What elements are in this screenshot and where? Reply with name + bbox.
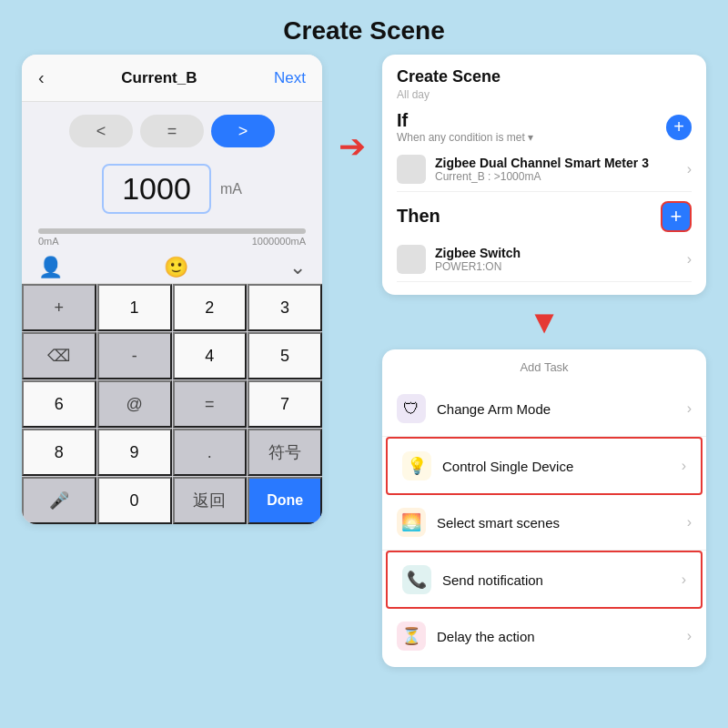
keyboard-grid: + 1 2 3 ⌫ - 4 5 6 @ = 7 8 9 . 符号 🎤 0 返回 … bbox=[22, 284, 322, 524]
then-label: Then bbox=[397, 206, 440, 227]
chevron-down-icon[interactable]: ⌄ bbox=[289, 256, 306, 279]
arrow-down-icon: ▼ bbox=[528, 306, 561, 339]
then-add-button[interactable]: + bbox=[661, 201, 692, 232]
if-add-button[interactable]: + bbox=[666, 115, 692, 140]
if-label: If When any condition is met ▾ bbox=[397, 110, 533, 144]
emoji-icon[interactable]: 🙂 bbox=[164, 256, 188, 279]
less-than-button[interactable]: < bbox=[69, 115, 133, 147]
panel-title: Current_B bbox=[121, 69, 197, 87]
condition-device-name: Zigbee Dual Channel Smart Meter 3 bbox=[435, 156, 678, 170]
task-chevron-arm: › bbox=[687, 400, 692, 417]
then-row: Then + bbox=[397, 201, 692, 232]
add-task-title: Add Task bbox=[382, 360, 706, 374]
task-icon-notification: 📞 bbox=[402, 565, 431, 594]
task-icon-delay: ⏳ bbox=[397, 622, 426, 651]
task-label-device: Control Single Device bbox=[442, 459, 671, 474]
right-section: Create Scene All day If When any conditi… bbox=[382, 55, 706, 667]
task-label-arm: Change Arm Mode bbox=[437, 401, 676, 417]
task-label-scenes: Select smart scenes bbox=[437, 515, 676, 531]
then-device-icon bbox=[397, 245, 426, 274]
create-scene-subtitle: All day bbox=[397, 88, 692, 101]
key-dot[interactable]: . bbox=[173, 429, 248, 476]
condition-detail: Current_B : >1000mA bbox=[435, 170, 678, 183]
condition-text: Zigbee Dual Channel Smart Meter 3 Curren… bbox=[435, 156, 678, 183]
slider-max: 1000000mA bbox=[252, 236, 306, 247]
slider-labels: 0mA 1000000mA bbox=[38, 234, 306, 248]
key-minus[interactable]: - bbox=[97, 332, 172, 379]
arrow-right-icon: ➔ bbox=[339, 127, 366, 166]
greater-than-button[interactable]: > bbox=[211, 115, 275, 147]
condition-device-icon bbox=[397, 155, 426, 184]
task-icon-arm: 🛡 bbox=[397, 394, 426, 423]
key-9[interactable]: 9 bbox=[97, 429, 172, 476]
left-panel: ‹ Current_B Next < = > 1000 mA 0mA 10000… bbox=[22, 55, 322, 524]
key-5[interactable]: 5 bbox=[248, 332, 322, 379]
condition-row[interactable]: Zigbee Dual Channel Smart Meter 3 Curren… bbox=[397, 147, 692, 192]
value-display-row: 1000 mA bbox=[22, 155, 322, 223]
person-icon[interactable]: 👤 bbox=[38, 256, 63, 279]
task-item-change-arm[interactable]: 🛡 Change Arm Mode › bbox=[382, 381, 706, 437]
key-8[interactable]: 8 bbox=[22, 429, 96, 476]
task-item-control-device[interactable]: 💡 Control Single Device › bbox=[388, 439, 701, 493]
task-item-smart-scenes[interactable]: 🌅 Select smart scenes › bbox=[382, 495, 706, 551]
then-device-chevron: › bbox=[687, 251, 692, 268]
key-4[interactable]: 4 bbox=[173, 332, 248, 379]
task-chevron-scenes: › bbox=[687, 514, 692, 531]
key-plus[interactable]: + bbox=[22, 284, 96, 331]
key-7[interactable]: 7 bbox=[248, 380, 322, 428]
then-device-row[interactable]: Zigbee Switch POWER1:ON › bbox=[397, 238, 692, 282]
key-6[interactable]: 6 bbox=[22, 380, 96, 428]
task-icon-device: 💡 bbox=[402, 451, 431, 480]
key-1[interactable]: 1 bbox=[97, 284, 172, 331]
then-device-detail: POWER1:ON bbox=[435, 260, 678, 273]
equals-button[interactable]: = bbox=[140, 115, 204, 147]
slider-row: 0mA 1000000mA bbox=[22, 223, 322, 250]
page-title: Create Scene bbox=[0, 0, 728, 55]
key-backspace[interactable]: ⌫ bbox=[22, 332, 96, 379]
condition-chevron: › bbox=[687, 161, 692, 177]
task-icon-scenes: 🌅 bbox=[397, 508, 426, 537]
add-task-panel: Add Task 🛡 Change Arm Mode › 💡 Control S… bbox=[382, 349, 706, 667]
toolbar-row: 👤 🙂 ⌄ bbox=[22, 250, 322, 284]
key-mic[interactable]: 🎤 bbox=[22, 477, 96, 524]
key-2[interactable]: 2 bbox=[173, 284, 248, 331]
key-equals[interactable]: = bbox=[173, 380, 248, 428]
key-return[interactable]: 返回 bbox=[173, 477, 248, 524]
if-sublabel: When any condition is met ▾ bbox=[397, 131, 533, 144]
left-header: ‹ Current_B Next bbox=[22, 55, 322, 102]
value-display: 1000 bbox=[102, 164, 211, 214]
then-device-name: Zigbee Switch bbox=[435, 246, 678, 260]
slider-track[interactable] bbox=[38, 228, 306, 234]
comparator-row: < = > bbox=[22, 102, 322, 155]
task-label-delay: Delay the action bbox=[437, 629, 676, 644]
task-chevron-delay: › bbox=[687, 628, 692, 644]
key-done[interactable]: Done bbox=[248, 477, 322, 524]
task-label-notification: Send notification bbox=[442, 572, 671, 588]
slider-min: 0mA bbox=[38, 236, 59, 247]
create-scene-panel: Create Scene All day If When any conditi… bbox=[382, 55, 706, 295]
key-3[interactable]: 3 bbox=[248, 284, 322, 331]
back-button[interactable]: ‹ bbox=[38, 67, 45, 88]
value-unit: mA bbox=[220, 181, 242, 197]
key-at[interactable]: @ bbox=[97, 380, 172, 428]
next-button[interactable]: Next bbox=[274, 69, 306, 87]
arrow-down-container: ▼ bbox=[382, 306, 706, 339]
task-item-notification[interactable]: 📞 Send notification › bbox=[388, 552, 701, 607]
then-device-text: Zigbee Switch POWER1:ON bbox=[435, 246, 678, 273]
task-chevron-notification: › bbox=[682, 571, 686, 588]
create-scene-title: Create Scene bbox=[397, 67, 692, 86]
task-item-delay[interactable]: ⏳ Delay the action › bbox=[382, 609, 706, 663]
arrow-right-container: ➔ bbox=[339, 55, 366, 166]
key-symbols[interactable]: 符号 bbox=[248, 429, 322, 476]
if-row: If When any condition is met ▾ + bbox=[397, 110, 692, 144]
key-0[interactable]: 0 bbox=[97, 477, 172, 524]
task-chevron-device: › bbox=[682, 458, 686, 474]
